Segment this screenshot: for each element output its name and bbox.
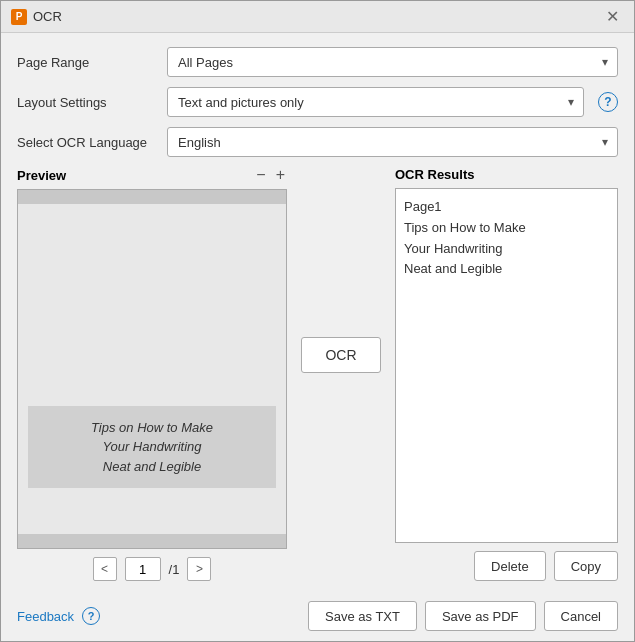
prev-page-button[interactable]: < — [93, 557, 117, 581]
save-pdf-button[interactable]: Save as PDF — [425, 601, 536, 631]
footer: Feedback ? Save as TXT Save as PDF Cance… — [1, 595, 634, 641]
language-label: Select OCR Language — [17, 135, 157, 150]
page-range-row: Page Range All Pages ▾ — [17, 47, 618, 77]
layout-help-icon[interactable]: ? — [598, 92, 618, 112]
ocr-button-area: OCR — [301, 167, 381, 543]
preview-text-line3: Neat and Legible — [103, 459, 201, 474]
close-button[interactable]: ✕ — [600, 5, 624, 29]
ocr-result-line4: Neat and Legible — [404, 259, 609, 280]
delete-button[interactable]: Delete — [474, 551, 546, 581]
ocr-results-title: OCR Results — [395, 167, 618, 182]
title-bar-left: P OCR — [11, 9, 62, 25]
preview-canvas: Tips on How to Make Your Handwriting Nea… — [17, 189, 287, 549]
language-select[interactable]: English — [167, 127, 618, 157]
page-range-select[interactable]: All Pages — [167, 47, 618, 77]
page-number-input[interactable] — [125, 557, 161, 581]
language-select-wrapper: English ▾ — [167, 127, 618, 157]
delete-copy-row: Delete Copy — [301, 551, 618, 581]
preview-text-box: Tips on How to Make Your Handwriting Nea… — [28, 406, 276, 489]
preview-bottom-bar — [18, 534, 286, 548]
feedback-area: Feedback ? — [17, 607, 100, 625]
main-content: Page Range All Pages ▾ Layout Settings T… — [1, 33, 634, 595]
action-buttons: Save as TXT Save as PDF Cancel — [308, 601, 618, 631]
ocr-button[interactable]: OCR — [301, 337, 381, 373]
save-txt-button[interactable]: Save as TXT — [308, 601, 417, 631]
preview-text-line2: Your Handwriting — [103, 439, 202, 454]
window: P OCR ✕ Page Range All Pages ▾ Layout Se… — [0, 0, 635, 642]
main-area: Preview − + Tips on How to Make Your Han… — [17, 167, 618, 581]
app-icon: P — [11, 9, 27, 25]
layout-select-wrapper: Text and pictures only ▾ — [167, 87, 584, 117]
layout-settings-row: Layout Settings Text and pictures only ▾… — [17, 87, 618, 117]
cancel-button[interactable]: Cancel — [544, 601, 618, 631]
ocr-result-line3: Your Handwriting — [404, 239, 609, 260]
preview-top-bar — [18, 190, 286, 204]
feedback-link[interactable]: Feedback — [17, 609, 74, 624]
preview-title: Preview — [17, 168, 66, 183]
ocr-result-line2: Tips on How to Make — [404, 218, 609, 239]
zoom-controls: − + — [254, 167, 287, 183]
page-range-label: Page Range — [17, 55, 157, 70]
pagination: < /1 > — [17, 557, 287, 581]
ocr-results-box: Page1 Tips on How to Make Your Handwriti… — [395, 188, 618, 543]
zoom-in-button[interactable]: + — [274, 167, 287, 183]
language-row: Select OCR Language English ▾ — [17, 127, 618, 157]
copy-button[interactable]: Copy — [554, 551, 618, 581]
zoom-out-button[interactable]: − — [254, 167, 267, 183]
preview-page: Tips on How to Make Your Handwriting Nea… — [18, 190, 286, 548]
window-title: OCR — [33, 9, 62, 24]
page-total: /1 — [169, 562, 180, 577]
title-bar: P OCR ✕ — [1, 1, 634, 33]
ocr-results-section: OCR Results Page1 Tips on How to Make Yo… — [395, 167, 618, 543]
preview-section: Preview − + Tips on How to Make Your Han… — [17, 167, 287, 581]
page-range-select-wrapper: All Pages ▾ — [167, 47, 618, 77]
next-page-button[interactable]: > — [187, 557, 211, 581]
preview-text-line1: Tips on How to Make — [91, 420, 213, 435]
preview-header: Preview − + — [17, 167, 287, 183]
feedback-help-icon[interactable]: ? — [82, 607, 100, 625]
ocr-result-line1: Page1 — [404, 197, 609, 218]
layout-label: Layout Settings — [17, 95, 157, 110]
layout-select[interactable]: Text and pictures only — [167, 87, 584, 117]
